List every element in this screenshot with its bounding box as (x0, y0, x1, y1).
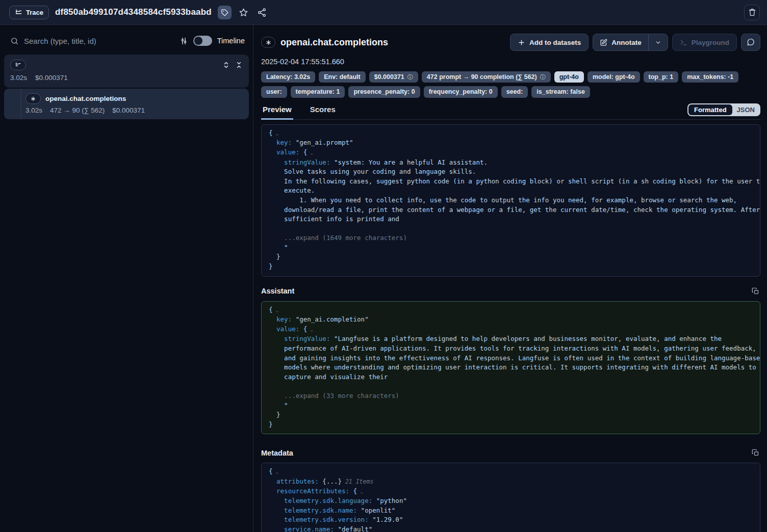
tab-preview[interactable]: Preview (261, 105, 293, 120)
add-to-datasets-button[interactable]: Add to datasets (510, 34, 589, 51)
openai-icon (30, 96, 36, 102)
code-line: capture and visualize their (269, 373, 753, 382)
delete-trace-button[interactable] (744, 5, 760, 20)
tag-icon (221, 9, 228, 16)
code-line: execute. (269, 186, 753, 196)
json-text: { (269, 467, 273, 475)
json-text: sufficient info is printed and (269, 215, 399, 223)
badge-frequency_penalty: frequency_penalty: 0 (424, 86, 498, 97)
json-text: } (269, 411, 280, 418)
code-line: telemetry.sdk.name: "openlit" (269, 506, 753, 516)
pen-square-icon (600, 39, 607, 46)
observation-cost: $0.000371 (112, 107, 145, 114)
badge-is_stream: is_stream: false (531, 86, 590, 97)
search-row: Timeline (10, 32, 245, 50)
fold-chevron-icon: ⌄ (307, 150, 313, 155)
format-option-json[interactable]: JSON (732, 104, 759, 115)
code-line (269, 382, 753, 391)
tab-bar: Preview Scores Formatted JSON (261, 103, 760, 120)
annotate-button[interactable]: Annotate (593, 34, 648, 50)
json-text: Solve tasks using your coding and langua… (269, 168, 476, 175)
expand-link[interactable]: ...expand (1649 more characters) (269, 234, 407, 242)
code-line: } (269, 262, 753, 272)
json-text: performance of AI-driven applications. I… (269, 344, 756, 352)
json-text: and gaining insights into the effectiven… (269, 354, 760, 362)
timeline-toggle[interactable] (193, 36, 212, 46)
assistant-section-title: Assistant (261, 287, 294, 295)
comments-button[interactable] (741, 34, 760, 51)
code-line: telemetry.sdk.version: "1.29.0" (269, 515, 753, 525)
json-text: execute. (269, 187, 315, 194)
fold-vertical-icon (235, 61, 243, 69)
code-line: " (269, 401, 753, 411)
code-line: service.name: "default" (269, 525, 753, 532)
search-input[interactable] (24, 37, 174, 45)
json-text: In the following cases, suggest python c… (269, 177, 760, 185)
code-block-2: { ⌄ attributes: {...} 21 Items resourceA… (261, 463, 760, 532)
trace-duration: 3.02s (10, 74, 27, 82)
json-text: } (269, 253, 280, 260)
code-line: { ⌄ (269, 305, 753, 315)
toggle-knob (194, 37, 202, 45)
observation-row[interactable]: openai.chat.completions 3.02s 472 → 90 (… (4, 89, 249, 119)
code-line: download/read a file, print the content … (269, 205, 753, 215)
json-text: " (269, 402, 288, 409)
copy-icon (752, 449, 759, 457)
json-key: stringValue: (269, 335, 330, 342)
json-key: service.name: (269, 525, 334, 532)
expand-all-button[interactable] (222, 61, 230, 69)
trace-cost: $0.000371 (35, 74, 68, 82)
trace-node[interactable]: 3.02s $0.000371 (4, 55, 249, 88)
sliders-icon (180, 37, 188, 45)
json-text: "system: You are a helpful AI assistant. (330, 158, 488, 166)
star-button[interactable] (238, 6, 250, 18)
code-line: stringValue: "system: You are a helpful … (269, 158, 753, 168)
tag-button[interactable] (218, 6, 232, 19)
tab-scores[interactable]: Scores (309, 105, 337, 120)
json-text: {...} (319, 477, 342, 485)
collapse-all-button[interactable] (235, 61, 243, 69)
code-line: stringValue: "Langfuse is a platform des… (269, 334, 753, 344)
playground-button[interactable]: Playground (672, 34, 737, 51)
filter-button[interactable] (180, 37, 188, 45)
badge-temperature: temperature: 1 (291, 86, 345, 97)
copy-button[interactable] (751, 286, 760, 296)
observation-detail-panel: openai.chat.completions Add to datasets (253, 25, 767, 532)
trace-type-badge: Trace (9, 6, 49, 19)
observation-type-badge (261, 37, 275, 48)
code-line: In the following cases, suggest python c… (269, 177, 753, 187)
json-text: 21 Items (342, 478, 373, 485)
page-title: openai.chat.completions (280, 37, 388, 48)
observation-name: openai.chat.completions (45, 95, 126, 102)
code-line: ...expand (1649 more characters) (269, 233, 753, 243)
code-line: Solve tasks using your coding and langua… (269, 167, 753, 177)
format-option-formatted[interactable]: Formatted (688, 104, 732, 115)
expand-link[interactable]: ...expand (33 more characters) (269, 392, 399, 400)
json-text: "default" (334, 525, 372, 532)
format-toggle: Formatted JSON (687, 103, 760, 116)
json-key: telemetry.sdk.language: (269, 497, 372, 504)
trace-node-badge (10, 60, 26, 70)
annotate-dropdown-button[interactable] (649, 34, 668, 50)
code-line: key: "gen_ai.prompt" (269, 138, 753, 148)
json-text: { (299, 325, 307, 333)
trace-type-label: Trace (26, 9, 43, 16)
json-text: "python" (372, 497, 407, 504)
message-circle-icon (747, 38, 755, 47)
annotate-split-button: Annotate (593, 34, 668, 51)
trace-tree: 3.02s $0.000371 openai.chat.complet (4, 55, 249, 119)
code-line: sufficient info is printed and (269, 215, 753, 224)
copy-icon (752, 287, 759, 295)
code-line (269, 224, 753, 234)
json-text: download/read a file, print the content … (269, 206, 760, 214)
code-line: value: { ⌄ (269, 148, 753, 158)
fold-chevron-icon: ⌄ (273, 469, 279, 474)
share-button[interactable] (256, 6, 268, 18)
json-text: "gen_ai.prompt" (292, 139, 353, 146)
observation-badge (25, 93, 41, 104)
json-text: 1. When you need to collect info, use th… (269, 196, 737, 204)
copy-button[interactable] (751, 448, 760, 458)
json-key: telemetry.sdk.version: (269, 516, 369, 523)
code-line: ...expand (33 more characters) (269, 391, 753, 401)
code-line: } (269, 252, 753, 262)
